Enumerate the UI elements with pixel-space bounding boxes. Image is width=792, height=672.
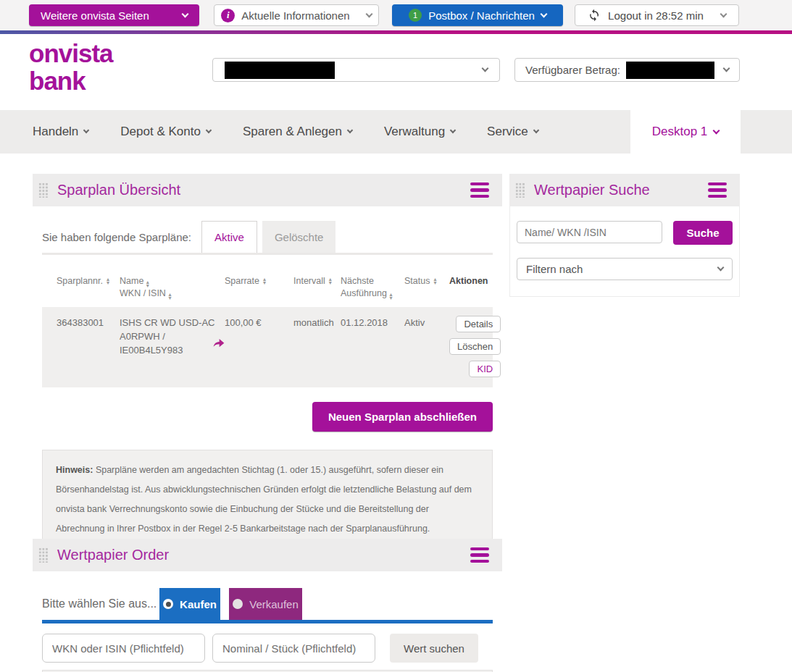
- order-type-row: Bitte wählen Sie aus... Kaufen Verkaufen: [42, 588, 493, 620]
- postbox-messages-label: Postbox / Nachrichten: [428, 9, 535, 22]
- cell-naechste-ausfuehrung: 01.12.2018: [341, 316, 404, 377]
- kid-button[interactable]: KID: [469, 361, 501, 377]
- logout-timer-button[interactable]: Logout in 28:52 min: [575, 4, 739, 26]
- new-plan-button-row: Neuen Sparplan abschließen: [42, 402, 493, 432]
- drag-handle-icon[interactable]: [38, 182, 48, 198]
- dashboard-content: Sparplan Übersicht Sie haben folgende Sp…: [0, 154, 792, 672]
- nav-item-label: Service: [487, 125, 528, 139]
- panel-menu-icon[interactable]: [708, 182, 727, 198]
- panel-menu-icon[interactable]: [470, 182, 489, 198]
- column-header-name-wkn-isin[interactable]: Name ▴▾WKN / ISIN ▴▾: [120, 275, 225, 300]
- info-icon: i: [221, 9, 235, 22]
- nav-item-verwaltung[interactable]: Verwaltung: [384, 125, 455, 139]
- chevron-down-icon: [540, 10, 547, 17]
- sort-icon: ▴▾: [146, 278, 149, 287]
- nav-item-label: Depot & Konto: [120, 125, 201, 139]
- security-wkn-isin: A0RPWH / IE00B4L5Y983: [120, 329, 209, 357]
- goto-security-arrow-icon[interactable]: [213, 338, 225, 348]
- chevron-down-icon: [450, 127, 456, 133]
- column-header-sparrate[interactable]: Sparrate ▴▾: [225, 275, 293, 300]
- filtern-nach-select[interactable]: Filtern nach: [517, 258, 733, 280]
- drag-handle-icon[interactable]: [515, 182, 525, 198]
- sort-icon: ▴▾: [389, 290, 392, 300]
- tab-desktop-1[interactable]: Desktop 1: [630, 110, 741, 154]
- top-bar: Weitere onvista Seiten i Aktuelle Inform…: [0, 0, 792, 30]
- column-header-intervall[interactable]: Intervall ▴▾: [293, 275, 341, 300]
- verkaufen-label: Verkaufen: [249, 598, 299, 610]
- sort-icon: ▴▾: [107, 275, 109, 285]
- cell-sparplannr: 364383001: [57, 316, 120, 377]
- security-name: ISHS CR WD USD-AC: [120, 316, 225, 329]
- available-amount-label: Verfügbarer Betrag:: [525, 64, 620, 76]
- hint-text: Sparpläne werden am angedachten Stichtag…: [56, 465, 472, 534]
- postbox-messages-button[interactable]: 1 Postbox / Nachrichten: [392, 4, 563, 26]
- sort-icon: ▴▾: [263, 275, 266, 285]
- order-inputs-row: Wert suchen: [42, 634, 493, 663]
- panel-title: Wertpapier Order: [57, 547, 470, 563]
- suche-panel-body: Suche Filtern nach: [509, 206, 740, 297]
- main-navigation: Handeln Depot & Konto Sparen & Anlegen V…: [0, 110, 792, 154]
- chevron-down-icon: [720, 10, 727, 17]
- more-onvista-sites-label: Weitere onvista Seiten: [41, 9, 149, 22]
- nav-item-depot-konto[interactable]: Depot & Konto: [120, 125, 211, 139]
- loeschen-button[interactable]: Löschen: [449, 338, 501, 355]
- sparplan-filter-tabs: Sie haben folgende Sparpläne: Aktive Gel…: [42, 221, 493, 255]
- sort-icon: ▴▾: [329, 275, 332, 285]
- chevron-down-icon: [83, 127, 89, 133]
- logo-line-1: onvista: [29, 40, 113, 67]
- nav-item-handeln[interactable]: Handeln: [33, 125, 88, 139]
- chevron-down-icon: [717, 264, 725, 272]
- chevron-down-icon: [206, 127, 212, 133]
- page-header: onvista bank Verfügbarer Betrag:: [0, 34, 792, 110]
- sparplan-hint-box: Hinweis: Sparpläne werden am angedachten…: [42, 450, 493, 550]
- sparplan-intro-text: Sie haben folgende Sparpläne:: [42, 231, 191, 243]
- panel-header: Wertpapier Suche: [509, 174, 740, 206]
- drag-handle-icon[interactable]: [38, 547, 48, 563]
- details-button[interactable]: Details: [456, 316, 501, 332]
- nav-item-sparen-anlegen[interactable]: Sparen & Anlegen: [243, 125, 352, 139]
- column-header-sparplannr[interactable]: Sparplannr. ▴▾: [57, 275, 120, 300]
- order-prompt-text: Bitte wählen Sie aus...: [42, 597, 159, 610]
- tab-kaufen[interactable]: Kaufen: [159, 588, 220, 620]
- panel-title: Wertpapier Suche: [534, 182, 708, 198]
- current-information-label: Aktuelle Informationen: [241, 9, 349, 22]
- sort-icon: ▴▾: [168, 290, 171, 300]
- logo-line-2: bank: [29, 67, 113, 95]
- wert-suchen-button[interactable]: Wert suchen: [390, 634, 478, 663]
- cell-intervall: monatlich: [293, 316, 341, 377]
- cell-aktionen: Details Löschen KID: [449, 316, 501, 377]
- panel-menu-icon[interactable]: [470, 547, 489, 563]
- nav-item-label: Sparen & Anlegen: [243, 125, 342, 139]
- more-onvista-sites-button[interactable]: Weitere onvista Seiten: [29, 4, 199, 26]
- radio-unchecked-icon: [233, 599, 243, 609]
- depot-select[interactable]: [212, 58, 500, 82]
- neuen-sparplan-button[interactable]: Neuen Sparplan abschließen: [312, 402, 493, 432]
- wkn-isin-input[interactable]: [42, 634, 205, 663]
- available-amount-select[interactable]: Verfügbarer Betrag:: [514, 58, 740, 82]
- onvista-bank-logo[interactable]: onvista bank: [29, 40, 113, 95]
- current-information-button[interactable]: i Aktuelle Informationen: [214, 4, 379, 26]
- hint-label: Hinweis:: [56, 465, 93, 475]
- cell-status: Aktiv: [404, 316, 449, 377]
- column-header-naechste-ausfuehrung[interactable]: NächsteAusführung ▴▾: [341, 275, 404, 300]
- redacted-amount-value: [626, 62, 714, 79]
- postbox-unread-badge: 1: [409, 9, 422, 22]
- logout-timer-label: Logout in 28:52 min: [608, 9, 704, 22]
- tab-verkaufen[interactable]: Verkaufen: [229, 588, 302, 620]
- chevron-down-icon: [347, 127, 353, 133]
- panel-title: Sparplan Übersicht: [57, 182, 470, 198]
- panel-wertpapier-suche: Wertpapier Suche Suche Filtern nach: [509, 174, 740, 297]
- column-header-status[interactable]: Status ▴▾: [404, 275, 449, 300]
- panel-wertpapier-order: Wertpapier Order Bitte wählen Sie aus...…: [33, 539, 502, 672]
- suche-button[interactable]: Suche: [673, 221, 733, 245]
- wertpapier-search-input[interactable]: [517, 221, 662, 243]
- chevron-down-icon: [182, 10, 189, 17]
- tab-aktive[interactable]: Aktive: [201, 221, 257, 253]
- filter-select-label: Filtern nach: [526, 263, 583, 275]
- tab-geloeschte[interactable]: Gelöschte: [262, 221, 336, 253]
- panel-header: Wertpapier Order: [33, 539, 502, 571]
- chevron-down-icon: [482, 65, 489, 72]
- nav-item-service[interactable]: Service: [487, 125, 538, 139]
- nominal-stueck-input[interactable]: [212, 634, 375, 663]
- sparplan-table: Sparplannr. ▴▾ Name ▴▾WKN / ISIN ▴▾ Spar…: [42, 268, 493, 387]
